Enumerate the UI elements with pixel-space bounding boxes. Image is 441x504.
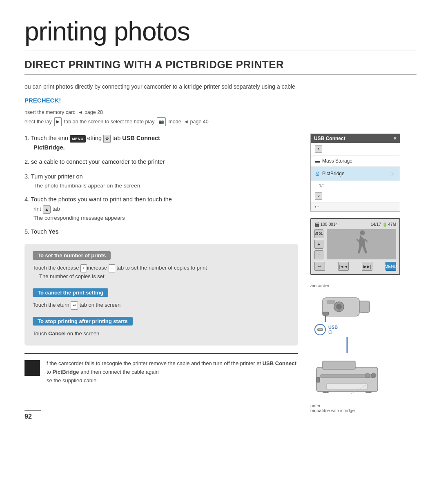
usb-close-btn[interactable]: × (394, 136, 396, 141)
usb-pictbridge-icon: 🖨 (315, 171, 320, 176)
step-1-mid: etting (87, 135, 104, 141)
usb-connect-title: USB Connect × (311, 134, 400, 143)
touch-indicator: ☞ (389, 169, 396, 178)
svg-point-0 (360, 230, 365, 235)
precheck-text-2b: tab on the screen to select the hoto pla… (64, 117, 155, 127)
steps: 1. Touch the enu MENU etting ✿ tab USB C… (24, 134, 298, 236)
menu-icon: MENU (70, 135, 86, 143)
camera-screen: 🎬 100-0014 14/17 🔋 47M 🖨01 + − (310, 218, 400, 275)
usb-mass-storage-item[interactable]: ▬ Mass Storage (311, 156, 400, 167)
section-title: DIRECT PRINTING WITH A PICTBRIDGE PRINTE… (24, 58, 416, 75)
step-3-text: 3. Turn your printer on (24, 173, 83, 180)
cam-thumbnail (327, 229, 396, 259)
cam-counter: 14/17 🔋 47M (371, 222, 396, 227)
precheck-text-2: elect the lay (24, 117, 52, 127)
camcorder-label: amcorder (310, 283, 329, 288)
title-divider (24, 51, 416, 51)
settings-tab-icon: ✿ (103, 135, 111, 143)
cam-file-id: 🎬 100-0014 (314, 222, 338, 227)
note-text: f the camcorder fails to recognie the pr… (47, 359, 298, 385)
info-text-2: Touch the eturn ↩ tab on the screen (33, 301, 290, 310)
usb-connector-icon (314, 324, 326, 335)
usb-count: 1/1 (315, 182, 329, 189)
svg-rect-8 (323, 312, 329, 315)
usb-plug-icon (316, 327, 324, 332)
step-3: 3. Turn your printer on The photo thumbn… (24, 172, 298, 190)
svg-rect-11 (318, 329, 322, 330)
left-column: 1. Touch the enu MENU etting ✿ tab USB C… (24, 134, 298, 413)
usb-connect-label: USB Connect (314, 136, 345, 141)
cam-next-btn[interactable]: ▶▶| (362, 262, 372, 271)
usb-connector-area: USB⬡ (314, 324, 338, 335)
step-4-sub2: The corresponding message appears (24, 214, 298, 223)
svg-point-6 (336, 304, 342, 310)
step-3-sub: The photo thumbnails appear on the scree… (24, 181, 298, 190)
precheck-item-2: elect the lay ▶ tab on the screen to sel… (24, 117, 416, 127)
precheck-item-1: nsert the memory card ◄ page 28 (24, 108, 416, 117)
step-1: 1. Touch the enu MENU etting ✿ tab USB C… (24, 134, 298, 152)
copy-icon: 🖨01 (314, 229, 323, 238)
precheck-text-1: nsert the memory card (24, 108, 76, 117)
info-label-2: To cancel the print setting (33, 288, 108, 297)
copies-set-text: The number of copies is set (33, 273, 105, 279)
step-2-text: 2. se a cable to connect your camcorder … (24, 158, 165, 165)
svg-rect-4 (359, 301, 370, 312)
step-5: 5. Touch Yes (24, 227, 298, 236)
camcorder-svg (314, 290, 380, 322)
svg-rect-7 (327, 300, 335, 304)
step-5-text: 5. Touch Yes (24, 228, 59, 235)
svg-rect-21 (365, 391, 372, 393)
precheck-ref-1: ◄ page 28 (78, 108, 103, 117)
step-4: 4. Touch the photos you want to print an… (24, 195, 298, 222)
step-4-text: 4. Touch the photos you want to print an… (24, 196, 172, 203)
minus-btn[interactable]: − (314, 250, 323, 259)
decrease-icon: − (109, 264, 115, 272)
info-label-3: To stop printing after printing starts (33, 317, 133, 326)
precheck-label[interactable]: PRECHECK! (24, 97, 416, 104)
page-number: 92 (24, 410, 41, 420)
precheck-ref-2: ◄ page 40 (184, 117, 209, 127)
back-arrow-icon[interactable]: ↩ (315, 204, 318, 210)
info-text-1: Touch the decrease +increase − tab to se… (33, 264, 290, 281)
svg-point-16 (365, 373, 370, 378)
svg-rect-18 (327, 384, 368, 390)
page: printing photos DIRECT PRINTING WITH A P… (0, 0, 441, 429)
cam-header: 🎬 100-0014 14/17 🔋 47M (314, 222, 396, 227)
plus-btn[interactable]: + (314, 240, 323, 249)
usb-mass-storage-label: Mass Storage (322, 158, 352, 164)
content-area: 1. Touch the enu MENU etting ✿ tab USB C… (24, 134, 416, 413)
photo-mode-icon: 📷 (157, 117, 166, 126)
step-1-after: tab USB Connect (112, 135, 160, 141)
skater-svg (351, 230, 372, 259)
cam-body: 🖨01 + − (314, 229, 396, 259)
usb-footer: 1/1 (311, 181, 400, 190)
print-tab-icon: ▲ (43, 205, 51, 214)
cam-prev-btn[interactable]: |◄◄ (338, 262, 349, 271)
svg-point-17 (371, 373, 376, 378)
right-column: USB Connect × ∧ ▬ Mass Storage 🖨 PictBri… (310, 134, 416, 413)
cam-back-btn[interactable]: ↩ (314, 262, 325, 271)
intro-text: ou can print photos directly by connecti… (24, 83, 416, 91)
info-box-3: To stop printing after printing starts T… (33, 317, 290, 338)
usb-back-btn[interactable]: ↩ (311, 203, 400, 211)
cam-menu-btn[interactable]: MENU (385, 262, 396, 271)
scroll-down-icon[interactable]: ∨ (315, 192, 322, 200)
precheck-items: nsert the memory card ◄ page 28 elect th… (24, 108, 416, 126)
step-1-sub: PictBridge. (24, 144, 65, 151)
cam-controls: 🖨01 + − (314, 229, 323, 259)
svg-rect-19 (316, 377, 320, 382)
return-icon: ↩ (71, 301, 78, 310)
info-box-2: To cancel the print setting Touch the et… (33, 288, 290, 310)
usb-pictbridge-label: PictBridge (322, 171, 345, 176)
note-icon (24, 360, 40, 376)
scroll-up-icon[interactable]: ∧ (315, 145, 322, 153)
usb-up-btn[interactable]: ∧ (311, 143, 400, 156)
step-4-sub: rint ▲ tab (24, 205, 298, 214)
cable-svg (341, 337, 353, 353)
usb-pictbridge-item[interactable]: 🖨 PictBridge ☞ (311, 167, 400, 181)
printer-svg (310, 355, 384, 400)
usb-down-btn[interactable]: ∨ (311, 190, 400, 203)
svg-rect-20 (323, 391, 329, 393)
info-text-3: Touch Cancel on the screen (33, 330, 290, 338)
step-2: 2. se a cable to connect your camcorder … (24, 157, 298, 167)
